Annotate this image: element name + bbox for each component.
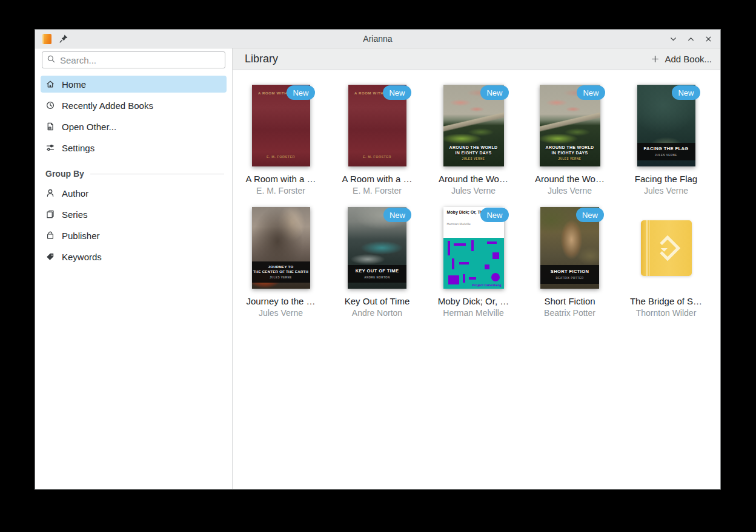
add-book-button[interactable]: Add Book... (651, 54, 712, 64)
home-icon (45, 79, 55, 89)
book-card-a-room-with-a[interactable]: A ROOM WITH A VIEWE. M. FORSTERNewA Room… (329, 85, 425, 195)
book-cover-area: AROUND THE WORLDIN EIGHTY DAYSJULES VERN… (425, 85, 522, 166)
book-card-the-bridge-of-s[interactable]: The Bridge of S…Thornton Wilder (618, 207, 714, 318)
book-spine (646, 220, 648, 276)
plus-icon (651, 54, 660, 64)
library-header: Library Add Book... (233, 48, 720, 70)
search-input[interactable] (60, 55, 220, 65)
cover-art-shapes: Project Gutenberg (443, 238, 504, 289)
book-author: E. M. Forster (353, 186, 402, 195)
book-cover-area: A ROOM WITH A VIEWE. M. FORSTERNew (329, 85, 425, 166)
book-title: Facing the Flag (635, 174, 697, 184)
sidebar-item-recently-added-books[interactable]: Recently Added Books (41, 97, 227, 114)
sidebar-item-keywords[interactable]: Keywords (41, 248, 227, 265)
sidebar-item-label: Author (62, 188, 88, 199)
sidebar-item-publisher[interactable]: Publisher (41, 227, 227, 244)
book-card-a-room-with-a[interactable]: A ROOM WITH A VIEWE. M. FORSTERNewA Room… (233, 85, 329, 195)
pin-icon[interactable] (59, 34, 68, 44)
epub-logo-icon (654, 235, 680, 260)
library-pane: Library Add Book... A ROOM WITH A VIEWE.… (233, 48, 720, 489)
book-cover: JOURNEY TOTHE CENTER OF THE EARTHJULES V… (252, 207, 310, 289)
cover-art-title: SHORT FICTION (542, 269, 598, 275)
cover-art-band: SHORT FICTIONBEATRIX POTTER (540, 265, 599, 284)
minimize-icon[interactable] (669, 34, 678, 44)
new-badge: New (480, 208, 508, 222)
sidebar-item-label: Recently Added Books (62, 100, 153, 111)
book-author: Jules Verne (259, 308, 303, 318)
book-card-journey-to-the[interactable]: JOURNEY TOTHE CENTER OF THE EARTHJULES V… (233, 207, 329, 318)
sidebar-item-label: Publisher (62, 231, 100, 241)
sidebar-item-author[interactable]: Author (41, 185, 227, 202)
search-icon (47, 54, 56, 66)
book-author: Jules Verne (451, 186, 496, 195)
arianna-window: Arianna H (35, 29, 721, 490)
book-title: Key Out of Time (345, 296, 410, 306)
book-cover: KEY OUT OF TIMEANDRE NORTONNew (348, 207, 406, 289)
new-badge: New (480, 85, 508, 100)
cover-art-band: KEY OUT OF TIMEANDRE NORTON (348, 265, 406, 283)
book-cover-area: KEY OUT OF TIMEANDRE NORTONNew (329, 207, 425, 289)
book-card-short-fiction[interactable]: SHORT FICTIONBEATRIX POTTERNewShort Fict… (522, 207, 618, 318)
cover-art-author: BEATRIX POTTER (542, 277, 598, 280)
book-title: Short Fiction (544, 296, 595, 306)
book-cover-area: A ROOM WITH A VIEWE. M. FORSTERNew (233, 85, 329, 166)
new-badge: New (383, 85, 411, 100)
cover-art-title: FACING THE FLAG (638, 146, 694, 152)
book-cover: FACING THE FLAGJULES VERNENew (637, 85, 695, 166)
book-card-around-the-wo[interactable]: AROUND THE WORLDIN EIGHTY DAYSJULES VERN… (425, 85, 522, 195)
book-card-key-out-of-time[interactable]: KEY OUT OF TIMEANDRE NORTONNewKey Out of… (329, 207, 425, 318)
book-author: Beatrix Potter (544, 308, 595, 318)
add-book-label: Add Book... (665, 54, 712, 64)
sidebar-item-label: Series (62, 209, 88, 220)
cover-art-band: JOURNEY TOTHE CENTER OF THE EARTHJULES V… (252, 261, 310, 283)
cover-art-title: AROUND THE WORLDIN EIGHTY DAYSJULES VERN… (443, 145, 504, 161)
cover-art-author: JULES VERNE (638, 154, 694, 157)
titlebar[interactable]: Arianna (35, 30, 720, 48)
book-title: Around the Wo… (535, 174, 605, 184)
sidebar-item-home[interactable]: Home (41, 76, 227, 93)
sidebar-item-label: Open Other... (62, 122, 116, 132)
book-spine (649, 220, 650, 276)
new-badge: New (383, 208, 411, 222)
app-icon[interactable] (42, 34, 51, 44)
cover-art-title: JOURNEY TOTHE CENTER OF THE EARTH (253, 264, 309, 274)
group-by-nav: AuthorSeriesPublisherKeywords (41, 185, 227, 265)
maximize-icon[interactable] (686, 34, 695, 44)
sidebar-item-label: Keywords (62, 252, 102, 262)
sidebar-item-series[interactable]: Series (41, 206, 227, 223)
book-cover: Moby Dick; Or, The WhaleHerman MelvilleP… (443, 207, 504, 289)
cover-art-author: E. M. FORSTER (252, 155, 310, 159)
close-icon[interactable] (704, 34, 713, 44)
cover-art-title: AROUND THE WORLDIN EIGHTY DAYSJULES VERN… (540, 145, 600, 161)
cover-art-author: Herman Melville (447, 222, 500, 226)
book-title: A Room with a … (246, 174, 316, 184)
book-cover: A ROOM WITH A VIEWE. M. FORSTERNew (348, 85, 406, 166)
window-title: Arianna (35, 34, 720, 44)
book-cover-area: Moby Dick; Or, The WhaleHerman MelvilleP… (425, 207, 522, 289)
cover-art-author: ANDRE NORTON (349, 276, 405, 279)
person-icon (45, 188, 55, 198)
book-cover-area: FACING THE FLAGJULES VERNENew (618, 85, 714, 166)
new-badge: New (577, 85, 605, 100)
book-cover: A ROOM WITH A VIEWE. M. FORSTERNew (252, 85, 310, 166)
new-badge: New (672, 85, 700, 100)
bag-icon (45, 231, 55, 240)
cover-art-author: JULES VERNE (540, 157, 600, 161)
book-card-moby-dick-or[interactable]: Moby Dick; Or, The WhaleHerman MelvilleP… (425, 207, 522, 318)
book-title: The Bridge of S… (630, 296, 702, 306)
book-cover (641, 220, 692, 276)
book-author: E. M. Forster (256, 186, 305, 195)
book-cover-area: JOURNEY TOTHE CENTER OF THE EARTHJULES V… (233, 207, 329, 289)
sidebar: HomeRecently Added BooksOpen Other...Set… (35, 48, 233, 489)
book-card-around-the-wo[interactable]: AROUND THE WORLDIN EIGHTY DAYSJULES VERN… (522, 85, 618, 195)
book-author: Jules Verne (548, 186, 592, 195)
cover-art-author: JULES VERNE (253, 276, 309, 279)
cover-art-author: E. M. FORSTER (348, 155, 406, 159)
search-box[interactable] (42, 51, 225, 68)
book-title: A Room with a … (342, 174, 413, 184)
book-cover: AROUND THE WORLDIN EIGHTY DAYSJULES VERN… (443, 85, 504, 166)
book-cover: SHORT FICTIONBEATRIX POTTERNew (540, 207, 599, 289)
sidebar-item-settings[interactable]: Settings (41, 139, 227, 156)
sidebar-item-open-other[interactable]: Open Other... (41, 118, 227, 135)
book-card-facing-the-flag[interactable]: FACING THE FLAGJULES VERNENewFacing the … (618, 85, 714, 195)
